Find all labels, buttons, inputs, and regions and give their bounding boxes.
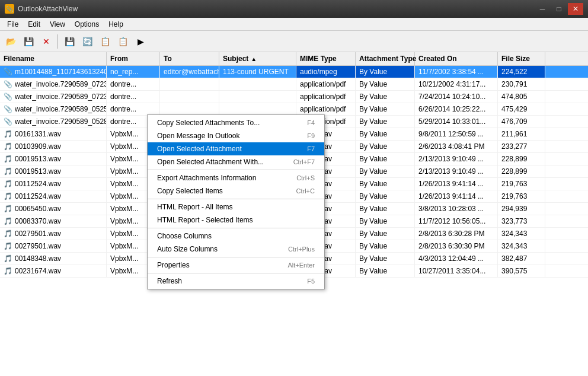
toolbar-refresh-btn[interactable]: 🔄	[79, 33, 95, 50]
title-bar-left: 📎 OutlookAttachView	[5, 4, 78, 14]
toolbar-delete-btn[interactable]: ✕	[38, 33, 55, 50]
cell-mime: application/pdf	[296, 103, 356, 115]
col-header-created[interactable]: Created On	[415, 52, 498, 65]
col-header-filename[interactable]: Filename	[0, 52, 107, 65]
menu-edit[interactable]: Edit	[23, 19, 45, 30]
file-icon: 🎵	[4, 192, 12, 200]
ctx-item-label: Choose Columns	[157, 232, 212, 240]
toolbar-save2-btn[interactable]: 💾	[61, 33, 78, 50]
ctx-item-shortcut: F4	[307, 119, 315, 126]
cell-created: 2/13/2013 9:10:49 ...	[415, 165, 498, 177]
ctx-item-label: Properties	[157, 261, 190, 269]
file-icon: 🎵	[4, 242, 12, 250]
col-header-mime[interactable]: MIME Type	[296, 52, 356, 65]
file-icon: 📎	[4, 80, 12, 88]
ctx-item-label: HTML Report - Selected Items	[157, 216, 253, 224]
table-row[interactable]: 📎 water_invoice.7290589_0525... dontre..…	[0, 103, 588, 116]
toolbar-save-btn[interactable]: 💾	[20, 33, 37, 50]
ctx-separator	[148, 228, 324, 228]
ctx-menu-item[interactable]: HTML Report - Selected Items	[148, 214, 324, 227]
menu-help[interactable]: Help	[104, 19, 128, 30]
menu-view[interactable]: View	[45, 19, 70, 30]
cell-filesize: 474,805	[498, 91, 545, 103]
cell-subject	[219, 78, 296, 90]
file-icon: 🎵	[4, 142, 12, 151]
ctx-item-label: Auto Size Columns	[157, 245, 218, 253]
minimize-button[interactable]: ─	[535, 3, 550, 15]
toolbar-play-btn[interactable]: ▶	[132, 33, 149, 50]
cell-filesize: 230,791	[498, 78, 545, 90]
cell-filename: 🎵 00279501.wav	[0, 240, 107, 252]
ctx-item-label: HTML Report - All Items	[157, 203, 233, 211]
ctx-menu-item[interactable]: Choose Columns	[148, 230, 324, 243]
ctx-item-shortcut: F9	[307, 132, 315, 139]
ctx-item-shortcut: Ctrl+S	[296, 174, 315, 181]
cell-atttype: By Value	[356, 141, 415, 152]
list-header: Filename From To Subject ▲ MIME Type Att…	[0, 52, 588, 66]
cell-to	[160, 78, 219, 90]
file-icon: 📎	[4, 105, 12, 113]
cell-filename: 📎 water_invoice.7290589_0525...	[0, 103, 107, 115]
app-title: OutlookAttachView	[18, 5, 78, 13]
cell-filesize: 476,709	[498, 116, 545, 128]
cell-mime: application/pdf	[296, 91, 356, 103]
col-header-subject[interactable]: Subject ▲	[219, 52, 296, 65]
ctx-menu-item[interactable]: Open Message In OutlookF9	[148, 129, 324, 142]
toolbar-paste-btn[interactable]: 📋	[114, 33, 131, 50]
ctx-menu-item[interactable]: RefreshF5	[148, 275, 324, 288]
cell-from: dontre...	[107, 91, 160, 103]
cell-atttype: By Value	[356, 128, 415, 140]
menu-file[interactable]: File	[2, 19, 23, 30]
ctx-separator	[148, 273, 324, 273]
cell-subject	[219, 103, 296, 115]
table-row[interactable]: 📎 water_invoice.7290589_0723... dontre..…	[0, 91, 588, 103]
cell-created: 2/13/2013 9:10:49 ...	[415, 153, 498, 165]
cell-filename: 🎵 00019513.wav	[0, 153, 107, 165]
file-icon: 🎵	[4, 254, 12, 263]
cell-filename: 🎵 00279501.wav	[0, 228, 107, 240]
ctx-menu-item[interactable]: Export Attachments InformationCtrl+S	[148, 171, 324, 184]
cell-atttype: By Value	[356, 103, 415, 115]
menu-bar: File Edit View Options Help	[0, 18, 588, 31]
toolbar-copy-btn[interactable]: 📋	[97, 33, 113, 50]
ctx-menu-item[interactable]: Copy Selected Attachments To...F4	[148, 116, 324, 129]
ctx-separator	[148, 170, 324, 170]
cell-filename: 🎵 00065450.wav	[0, 203, 107, 215]
context-menu: Copy Selected Attachments To...F4Open Me…	[147, 114, 325, 289]
file-icon: 🎵	[4, 180, 12, 188]
col-header-atttype[interactable]: Attachment Type	[356, 52, 415, 65]
col-header-from[interactable]: From	[107, 52, 160, 65]
file-icon: 🎵	[4, 217, 12, 225]
title-bar: 📎 OutlookAttachView ─ □ ✕	[0, 0, 588, 18]
maximize-button[interactable]: □	[551, 3, 567, 15]
col-header-to[interactable]: To	[160, 52, 219, 65]
menu-options[interactable]: Options	[70, 19, 104, 30]
ctx-item-label: Export Attachments Information	[157, 174, 256, 182]
cell-filesize: 211,961	[498, 128, 545, 140]
cell-created: 1/26/2013 9:41:14 ...	[415, 190, 498, 202]
cell-filename: 🎵 00161331.wav	[0, 128, 107, 140]
ctx-item-shortcut: F5	[307, 278, 315, 285]
ctx-menu-item[interactable]: Copy Selected ItemsCtrl+C	[148, 184, 324, 197]
table-row[interactable]: 📎 water_invoice.7290589_0723... dontre..…	[0, 78, 588, 91]
cell-mime: audio/mpeg	[296, 66, 356, 78]
ctx-menu-item[interactable]: Open Selected Attachment With...Ctrl+F7	[148, 155, 324, 168]
cell-created: 10/27/2011 3:35:04...	[415, 265, 498, 277]
ctx-menu-item[interactable]: PropertiesAlt+Enter	[148, 259, 324, 272]
cell-created: 6/26/2014 10:25:22...	[415, 103, 498, 115]
toolbar: 📂 💾 ✕ 💾 🔄 📋 📋 ▶	[0, 31, 588, 52]
ctx-item-label: Open Message In Outlook	[157, 132, 239, 140]
ctx-menu-item[interactable]: Open Selected AttachmentF7	[148, 142, 324, 155]
cell-created: 7/24/2014 10:24:10...	[415, 91, 498, 103]
ctx-menu-item[interactable]: HTML Report - All Items	[148, 200, 324, 214]
cell-filesize: 390,575	[498, 265, 545, 277]
cell-filesize: 324,343	[498, 240, 545, 252]
toolbar-open-btn[interactable]: 📂	[2, 33, 19, 50]
ctx-menu-item[interactable]: Auto Size ColumnsCtrl+Plus	[148, 243, 324, 256]
table-row[interactable]: 📎 m10014488_1107143613240... no_rep... e…	[0, 66, 588, 78]
cell-filesize: 382,487	[498, 253, 545, 265]
close-button[interactable]: ✕	[568, 3, 583, 15]
col-header-filesize[interactable]: File Size	[498, 52, 545, 65]
title-bar-controls: ─ □ ✕	[535, 3, 583, 15]
file-list[interactable]: Filename From To Subject ▲ MIME Type Att…	[0, 52, 588, 376]
